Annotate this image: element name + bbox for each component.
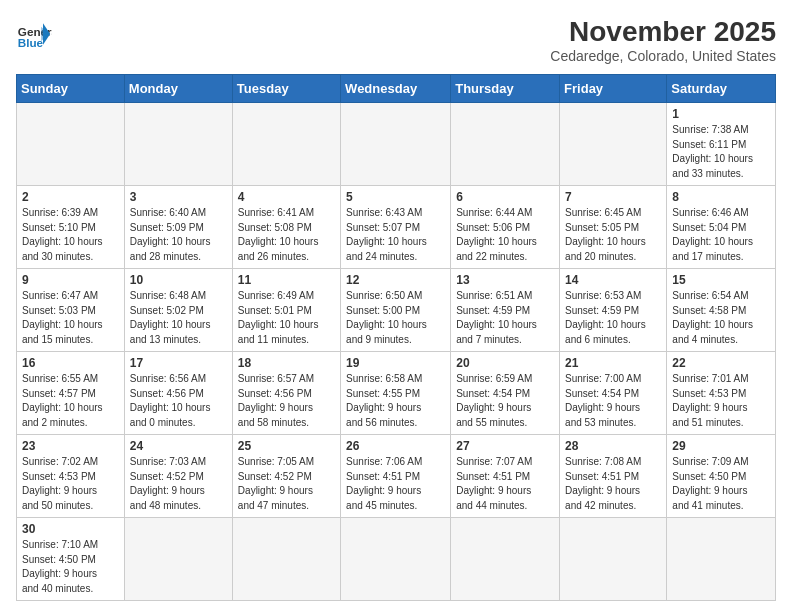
calendar-cell: 3Sunrise: 6:40 AM Sunset: 5:09 PM Daylig… xyxy=(124,186,232,269)
calendar-cell: 5Sunrise: 6:43 AM Sunset: 5:07 PM Daylig… xyxy=(341,186,451,269)
day-number: 13 xyxy=(456,273,554,287)
logo-icon: General Blue xyxy=(16,16,52,52)
day-info: Sunrise: 6:51 AM Sunset: 4:59 PM Dayligh… xyxy=(456,289,554,347)
day-number: 5 xyxy=(346,190,445,204)
day-info: Sunrise: 6:46 AM Sunset: 5:04 PM Dayligh… xyxy=(672,206,770,264)
calendar-week-row: 9Sunrise: 6:47 AM Sunset: 5:03 PM Daylig… xyxy=(17,269,776,352)
calendar-week-row: 16Sunrise: 6:55 AM Sunset: 4:57 PM Dayli… xyxy=(17,352,776,435)
day-number: 21 xyxy=(565,356,661,370)
day-info: Sunrise: 6:58 AM Sunset: 4:55 PM Dayligh… xyxy=(346,372,445,430)
day-info: Sunrise: 6:56 AM Sunset: 4:56 PM Dayligh… xyxy=(130,372,227,430)
day-info: Sunrise: 6:43 AM Sunset: 5:07 PM Dayligh… xyxy=(346,206,445,264)
calendar-cell: 6Sunrise: 6:44 AM Sunset: 5:06 PM Daylig… xyxy=(451,186,560,269)
day-number: 9 xyxy=(22,273,119,287)
day-info: Sunrise: 7:07 AM Sunset: 4:51 PM Dayligh… xyxy=(456,455,554,513)
day-number: 12 xyxy=(346,273,445,287)
calendar-cell: 12Sunrise: 6:50 AM Sunset: 5:00 PM Dayli… xyxy=(341,269,451,352)
day-number: 27 xyxy=(456,439,554,453)
day-info: Sunrise: 6:59 AM Sunset: 4:54 PM Dayligh… xyxy=(456,372,554,430)
calendar-cell: 1Sunrise: 7:38 AM Sunset: 6:11 PM Daylig… xyxy=(667,103,776,186)
calendar-cell xyxy=(124,103,232,186)
calendar-cell xyxy=(232,518,340,601)
day-info: Sunrise: 7:00 AM Sunset: 4:54 PM Dayligh… xyxy=(565,372,661,430)
day-of-week-header: Tuesday xyxy=(232,75,340,103)
day-number: 17 xyxy=(130,356,227,370)
calendar-week-row: 1Sunrise: 7:38 AM Sunset: 6:11 PM Daylig… xyxy=(17,103,776,186)
day-info: Sunrise: 7:02 AM Sunset: 4:53 PM Dayligh… xyxy=(22,455,119,513)
day-info: Sunrise: 6:53 AM Sunset: 4:59 PM Dayligh… xyxy=(565,289,661,347)
calendar-cell xyxy=(124,518,232,601)
calendar-cell: 2Sunrise: 6:39 AM Sunset: 5:10 PM Daylig… xyxy=(17,186,125,269)
calendar-week-row: 30Sunrise: 7:10 AM Sunset: 4:50 PM Dayli… xyxy=(17,518,776,601)
day-number: 16 xyxy=(22,356,119,370)
calendar-cell: 23Sunrise: 7:02 AM Sunset: 4:53 PM Dayli… xyxy=(17,435,125,518)
page-title: November 2025 xyxy=(550,16,776,48)
calendar-cell: 26Sunrise: 7:06 AM Sunset: 4:51 PM Dayli… xyxy=(341,435,451,518)
day-number: 14 xyxy=(565,273,661,287)
day-info: Sunrise: 6:49 AM Sunset: 5:01 PM Dayligh… xyxy=(238,289,335,347)
calendar-cell: 20Sunrise: 6:59 AM Sunset: 4:54 PM Dayli… xyxy=(451,352,560,435)
page-subtitle: Cedaredge, Colorado, United States xyxy=(550,48,776,64)
day-of-week-header: Wednesday xyxy=(341,75,451,103)
calendar-cell: 18Sunrise: 6:57 AM Sunset: 4:56 PM Dayli… xyxy=(232,352,340,435)
day-number: 18 xyxy=(238,356,335,370)
calendar-cell xyxy=(341,518,451,601)
calendar-cell: 9Sunrise: 6:47 AM Sunset: 5:03 PM Daylig… xyxy=(17,269,125,352)
calendar-cell xyxy=(667,518,776,601)
day-info: Sunrise: 7:38 AM Sunset: 6:11 PM Dayligh… xyxy=(672,123,770,181)
logo: General Blue xyxy=(16,16,52,52)
day-info: Sunrise: 7:03 AM Sunset: 4:52 PM Dayligh… xyxy=(130,455,227,513)
day-number: 30 xyxy=(22,522,119,536)
day-info: Sunrise: 6:48 AM Sunset: 5:02 PM Dayligh… xyxy=(130,289,227,347)
page-header: General Blue November 2025 Cedaredge, Co… xyxy=(16,16,776,64)
day-number: 10 xyxy=(130,273,227,287)
calendar-cell: 19Sunrise: 6:58 AM Sunset: 4:55 PM Dayli… xyxy=(341,352,451,435)
day-info: Sunrise: 6:57 AM Sunset: 4:56 PM Dayligh… xyxy=(238,372,335,430)
calendar-cell: 24Sunrise: 7:03 AM Sunset: 4:52 PM Dayli… xyxy=(124,435,232,518)
day-info: Sunrise: 7:01 AM Sunset: 4:53 PM Dayligh… xyxy=(672,372,770,430)
calendar-week-row: 23Sunrise: 7:02 AM Sunset: 4:53 PM Dayli… xyxy=(17,435,776,518)
day-info: Sunrise: 7:06 AM Sunset: 4:51 PM Dayligh… xyxy=(346,455,445,513)
calendar-cell: 4Sunrise: 6:41 AM Sunset: 5:08 PM Daylig… xyxy=(232,186,340,269)
day-info: Sunrise: 6:45 AM Sunset: 5:05 PM Dayligh… xyxy=(565,206,661,264)
calendar-cell xyxy=(451,518,560,601)
calendar-cell: 30Sunrise: 7:10 AM Sunset: 4:50 PM Dayli… xyxy=(17,518,125,601)
calendar-cell: 28Sunrise: 7:08 AM Sunset: 4:51 PM Dayli… xyxy=(560,435,667,518)
calendar-cell xyxy=(560,103,667,186)
title-block: November 2025 Cedaredge, Colorado, Unite… xyxy=(550,16,776,64)
day-of-week-header: Friday xyxy=(560,75,667,103)
day-number: 15 xyxy=(672,273,770,287)
day-info: Sunrise: 7:08 AM Sunset: 4:51 PM Dayligh… xyxy=(565,455,661,513)
calendar-table: SundayMondayTuesdayWednesdayThursdayFrid… xyxy=(16,74,776,601)
day-number: 24 xyxy=(130,439,227,453)
calendar-cell: 21Sunrise: 7:00 AM Sunset: 4:54 PM Dayli… xyxy=(560,352,667,435)
calendar-cell: 14Sunrise: 6:53 AM Sunset: 4:59 PM Dayli… xyxy=(560,269,667,352)
calendar-cell: 11Sunrise: 6:49 AM Sunset: 5:01 PM Dayli… xyxy=(232,269,340,352)
day-number: 11 xyxy=(238,273,335,287)
calendar-cell: 27Sunrise: 7:07 AM Sunset: 4:51 PM Dayli… xyxy=(451,435,560,518)
day-number: 3 xyxy=(130,190,227,204)
day-of-week-header: Monday xyxy=(124,75,232,103)
day-number: 29 xyxy=(672,439,770,453)
calendar-cell: 10Sunrise: 6:48 AM Sunset: 5:02 PM Dayli… xyxy=(124,269,232,352)
day-number: 8 xyxy=(672,190,770,204)
day-number: 2 xyxy=(22,190,119,204)
day-info: Sunrise: 6:47 AM Sunset: 5:03 PM Dayligh… xyxy=(22,289,119,347)
calendar-cell: 29Sunrise: 7:09 AM Sunset: 4:50 PM Dayli… xyxy=(667,435,776,518)
day-info: Sunrise: 7:10 AM Sunset: 4:50 PM Dayligh… xyxy=(22,538,119,596)
day-number: 22 xyxy=(672,356,770,370)
calendar-cell xyxy=(560,518,667,601)
calendar-cell xyxy=(451,103,560,186)
day-info: Sunrise: 6:54 AM Sunset: 4:58 PM Dayligh… xyxy=(672,289,770,347)
day-info: Sunrise: 6:41 AM Sunset: 5:08 PM Dayligh… xyxy=(238,206,335,264)
day-info: Sunrise: 6:44 AM Sunset: 5:06 PM Dayligh… xyxy=(456,206,554,264)
calendar-cell: 16Sunrise: 6:55 AM Sunset: 4:57 PM Dayli… xyxy=(17,352,125,435)
calendar-cell: 7Sunrise: 6:45 AM Sunset: 5:05 PM Daylig… xyxy=(560,186,667,269)
day-number: 25 xyxy=(238,439,335,453)
day-number: 4 xyxy=(238,190,335,204)
calendar-cell xyxy=(17,103,125,186)
day-info: Sunrise: 7:09 AM Sunset: 4:50 PM Dayligh… xyxy=(672,455,770,513)
day-of-week-header: Thursday xyxy=(451,75,560,103)
day-info: Sunrise: 6:39 AM Sunset: 5:10 PM Dayligh… xyxy=(22,206,119,264)
day-info: Sunrise: 6:40 AM Sunset: 5:09 PM Dayligh… xyxy=(130,206,227,264)
